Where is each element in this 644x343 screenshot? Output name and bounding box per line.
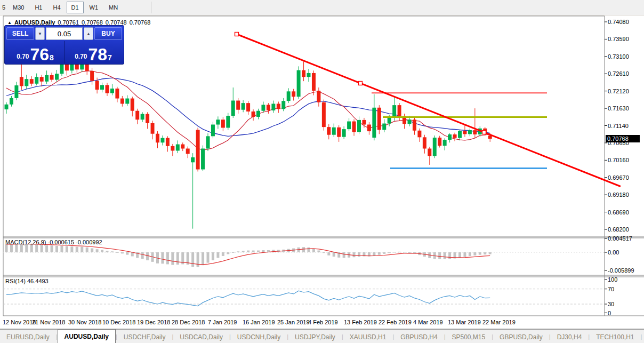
volume-input[interactable]: 0.05 <box>46 27 83 40</box>
date-axis-label: 30 Nov 2018 <box>68 319 101 325</box>
price-tick-label: 0.69670 <box>608 174 629 181</box>
macd-panel <box>5 244 492 267</box>
date-axis-label: 7 Jan 2019 <box>208 319 237 325</box>
trendline-handle[interactable] <box>235 33 239 36</box>
descending-trendline[interactable] <box>237 34 621 187</box>
timeframe-button-h4[interactable]: H4 <box>48 2 65 13</box>
sell-price-sup: 8 <box>50 54 54 61</box>
date-axis-label: 28 Dec 2018 <box>172 319 205 325</box>
timeframe-button-d1[interactable]: D1 <box>67 2 84 13</box>
chart-tab-dj30[interactable]: DJ30,H4 <box>551 330 589 343</box>
ohlc-close: 0.70768 <box>130 19 151 26</box>
chart-tab-tech100[interactable]: TECH100,H1 <box>590 330 640 343</box>
chart-tab-ui[interactable]: UI <box>642 330 644 343</box>
toolbar-separator <box>151 2 151 13</box>
chart-tabs-bar: EURUSD,Daily|AUDUSD,Daily|USDCHF,Daily|U… <box>0 329 644 343</box>
date-axis-label: 10 Dec 2018 <box>102 319 135 325</box>
sell-price-quote[interactable]: 0.70 76 8 <box>6 41 65 63</box>
timeframe-button-5[interactable]: 5 <box>1 2 7 13</box>
chart-window: ▲ AUDUSD,Daily 0.70761 0.70768 0.70748 0… <box>0 15 644 329</box>
buy-button[interactable]: BUY <box>94 27 122 40</box>
rsi-line <box>6 291 490 306</box>
volume-decrease-icon[interactable]: ▼ <box>35 27 45 40</box>
price-tick-label: 0.72610 <box>608 70 629 77</box>
rsi-indicator-label: RSI(14) 46.4493 <box>5 278 49 284</box>
buy-price-small: 0.70 <box>75 53 87 60</box>
current-price-badge: 0.70768 <box>606 135 640 142</box>
price-tick-label: 0.71140 <box>608 123 629 129</box>
price-tick-label: 0.69180 <box>608 192 629 198</box>
macd-tick-label: -0.005899 <box>608 267 634 274</box>
buy-price-big: 78 <box>88 46 107 62</box>
one-click-trading-panel: SELL ▼ 0.05 ▲ BUY 0.70 76 8 0.70 78 7 <box>4 25 124 65</box>
date-axis-label: 22 Mar 2019 <box>482 319 516 325</box>
date-axis-label: 19 Dec 2018 <box>137 319 170 325</box>
macd-tick-label: 0.004517 <box>608 235 632 242</box>
trendline-handle[interactable] <box>482 131 486 134</box>
date-axis-label: 4 Mar 2019 <box>413 319 443 325</box>
chart-tab-usdjpy[interactable]: USDJPY,Daily <box>288 330 342 343</box>
sell-price-small: 0.70 <box>17 53 29 60</box>
price-tick-label: 0.68690 <box>608 209 629 216</box>
date-axis-label: 22 Feb 2019 <box>379 319 412 325</box>
timeframe-button-mn[interactable]: MN <box>104 2 123 13</box>
timeframe-button-w1[interactable]: W1 <box>85 2 103 13</box>
candlestick-series <box>5 58 492 228</box>
rsi-tick-label: 30 <box>608 301 614 307</box>
chart-tab-sp500[interactable]: SP500,M15 <box>446 330 492 343</box>
price-tick-label: 0.73590 <box>608 36 629 42</box>
date-axis-label: 12 Nov 2018 <box>3 319 36 325</box>
price-tick-label: 0.70160 <box>608 157 629 163</box>
price-tick-label: 0.68200 <box>608 226 629 233</box>
macd-indicator-label: MACD(12,26,9) -0.000615 -0.000992 <box>5 239 102 245</box>
buy-price-sup: 7 <box>108 54 112 61</box>
date-axis: 12 Nov 201821 Nov 201830 Nov 201810 Dec … <box>0 317 644 329</box>
chart-tab-audusd[interactable]: AUDUSD,Daily <box>58 329 116 343</box>
timeframe-button-h1[interactable]: H1 <box>30 2 47 13</box>
chart-tab-usdchf[interactable]: USDCHF,Daily <box>117 330 172 343</box>
date-axis-label: 4 Feb 2019 <box>308 319 338 325</box>
price-tick-label: 0.71630 <box>608 105 629 111</box>
chart-tab-gbpusd[interactable]: GBPUSD,H4 <box>394 330 444 343</box>
date-axis-label: 13 Mar 2019 <box>448 319 481 325</box>
chart-tab-eurusd[interactable]: EURUSD,Daily <box>0 330 56 343</box>
volume-increase-icon[interactable]: ▲ <box>84 27 93 40</box>
date-axis-label: 13 Feb 2019 <box>344 319 377 325</box>
date-axis-label: 21 Nov 2018 <box>32 319 65 325</box>
rsi-tick-label: 100 <box>608 276 617 283</box>
sell-price-big: 76 <box>30 46 49 62</box>
date-axis-label: 25 Jan 2019 <box>277 319 310 325</box>
timeframe-toolbar: 5M30H1H4D1W1MN <box>0 0 644 15</box>
buy-price-quote[interactable]: 0.70 78 7 <box>65 41 122 63</box>
date-axis-label: 16 Jan 2019 <box>243 319 275 325</box>
chart-tab-gbpusd[interactable]: GBPUSD,Daily <box>493 330 549 343</box>
chart-tab-xauusd[interactable]: XAUUSD,H1 <box>343 330 393 343</box>
one-click-collapse-icon[interactable]: ▲ <box>7 20 12 25</box>
trading-platform: 5M30H1H4D1W1MN ▲ AUDUSD,Daily 0.70761 0.… <box>0 0 644 343</box>
rsi-tick-label: 70 <box>608 286 614 292</box>
price-tick-label: 0.72120 <box>608 88 629 94</box>
sell-button[interactable]: SELL <box>6 27 34 40</box>
price-tick-label: 0.73100 <box>608 53 629 60</box>
price-tick-label: 0.74080 <box>608 19 629 25</box>
timeframe-button-m30[interactable]: M30 <box>8 2 29 13</box>
trendline-handle[interactable] <box>359 82 363 85</box>
macd-tick-label: 0.00 <box>608 249 619 256</box>
chart-tab-usdcad[interactable]: USDCAD,Daily <box>173 330 229 343</box>
rsi-tick-label: 0 <box>608 310 611 316</box>
chart-tab-usdcnh[interactable]: USDCNH,Daily <box>231 330 287 343</box>
